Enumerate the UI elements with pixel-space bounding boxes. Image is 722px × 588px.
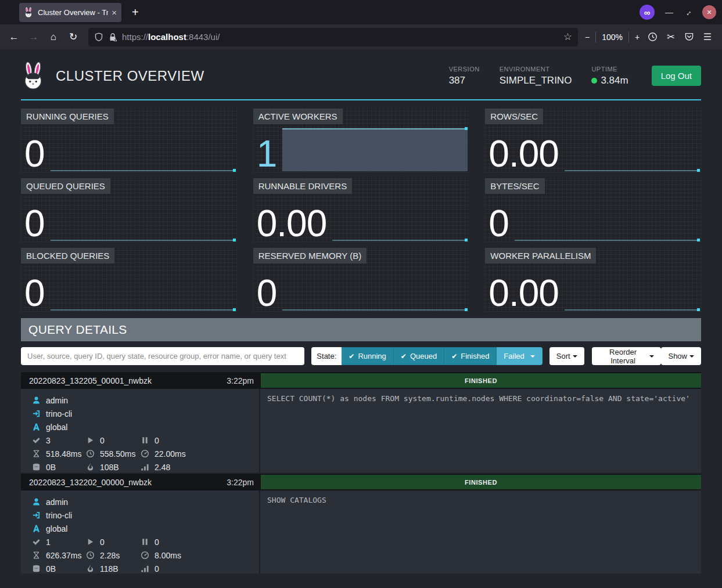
screenshot-icon[interactable]: ✂ bbox=[667, 31, 674, 42]
zoom-in-button[interactable]: + bbox=[635, 33, 640, 42]
metric-value: 0 bbox=[24, 276, 45, 311]
zoom-out-button[interactable]: − bbox=[585, 33, 590, 42]
query-stats-panel: admin trino-cli global 3 0 0 518.48ms 55… bbox=[21, 389, 260, 472]
query-toolbar: State: ✔ Running ✔ Queued ✔ Finished Fai… bbox=[21, 347, 701, 365]
query-time: 3:22pm bbox=[227, 376, 254, 385]
uptime-info: UPTIME 3.84m bbox=[591, 66, 628, 86]
lock-warning-icon[interactable] bbox=[108, 33, 117, 42]
window-maximize-button[interactable]: ↔ bbox=[681, 6, 694, 18]
total-time: 2.28s bbox=[100, 551, 120, 560]
url-bar[interactable]: https://localhost:8443/ui/ ☆ bbox=[88, 28, 578, 46]
filter-finished-button[interactable]: ✔ Finished bbox=[444, 347, 497, 365]
zoom-level[interactable]: 100% bbox=[602, 33, 623, 42]
tab-close-icon[interactable]: × bbox=[112, 8, 117, 17]
query-sql-panel: SHOW CATALOGS bbox=[260, 490, 701, 573]
shield-icon[interactable] bbox=[94, 33, 103, 42]
private-browsing-icon: ∞ bbox=[640, 5, 655, 20]
user-icon bbox=[32, 396, 41, 405]
cumulative-memory-fire-icon bbox=[86, 463, 95, 471]
total-time: 558.50ms bbox=[100, 449, 135, 459]
chevron-down-icon bbox=[649, 355, 654, 358]
back-button[interactable]: ← bbox=[6, 29, 22, 45]
tab-title: Cluster Overview - Trino bbox=[38, 8, 108, 17]
cumulative-memory-fire-icon bbox=[86, 564, 95, 573]
reorder-interval-dropdown[interactable]: Reorder Interval bbox=[592, 347, 662, 365]
parallelism: 0 bbox=[155, 564, 159, 573]
browser-tab[interactable]: Cluster Overview - Trino × bbox=[19, 3, 121, 22]
trino-cluster-overview-page: CLUSTER OVERVIEW VERSION 387 ENVIRONMENT… bbox=[0, 49, 722, 588]
filter-queued-button[interactable]: ✔ Queued bbox=[394, 347, 444, 365]
metric-tile-worker-parallelism: WORKER PARALLELISM 0.00 bbox=[485, 247, 701, 312]
filter-failed-dropdown[interactable]: Failed bbox=[497, 347, 542, 365]
queued-splits-pause-icon bbox=[141, 436, 149, 445]
trino-favicon bbox=[24, 7, 33, 18]
history-clock-icon[interactable] bbox=[648, 32, 658, 42]
forward-button[interactable]: → bbox=[26, 29, 42, 45]
queued-splits: 0 bbox=[155, 436, 159, 445]
metric-tile-blocked-queries: BLOCKED QUERIES 0 bbox=[21, 247, 237, 312]
source-signin-icon bbox=[32, 511, 41, 520]
metric-tile-rows-sec: ROWS/SEC 0.00 bbox=[485, 107, 701, 172]
metric-value: 1 bbox=[257, 137, 277, 171]
metric-value: 0 bbox=[24, 207, 45, 241]
browser-tab-bar: Cluster Overview - Trino × + ∞ — ↔ × bbox=[0, 0, 722, 24]
metric-value: 0 bbox=[24, 137, 45, 171]
metric-tile-reserved-memory: RESERVED MEMORY (B) 0 bbox=[253, 247, 469, 312]
metric-tile-active-workers: ACTIVE WORKERS 1 bbox=[253, 107, 469, 172]
sort-dropdown[interactable]: Sort bbox=[549, 347, 584, 365]
metric-value: 0 bbox=[257, 276, 277, 311]
page-title: CLUSTER OVERVIEW bbox=[56, 68, 204, 84]
query-details-header: QUERY DETAILS bbox=[21, 318, 701, 341]
running-splits: 0 bbox=[100, 436, 105, 445]
parallelism-chart-icon bbox=[141, 463, 149, 471]
search-input[interactable] bbox=[21, 347, 304, 365]
chevron-down-icon bbox=[689, 355, 694, 358]
sparkline bbox=[332, 198, 468, 241]
queued-splits: 0 bbox=[155, 538, 159, 547]
query-id-link[interactable]: 20220823_132202_00000_nwbzk bbox=[29, 478, 152, 487]
trino-logo bbox=[21, 61, 45, 91]
bookmark-star-icon[interactable]: ☆ bbox=[563, 31, 572, 43]
uptime-status-dot bbox=[591, 78, 597, 84]
reload-button[interactable]: ↻ bbox=[65, 29, 81, 45]
pocket-icon[interactable] bbox=[684, 32, 694, 42]
logout-button[interactable]: Log Out bbox=[652, 66, 701, 86]
sparkline bbox=[282, 268, 468, 311]
memory-disk-icon bbox=[32, 564, 41, 573]
check-icon: ✔ bbox=[349, 352, 354, 360]
completed-splits-icon bbox=[32, 538, 41, 546]
sparkline bbox=[51, 198, 236, 241]
window-minimize-button[interactable]: — bbox=[665, 8, 673, 17]
completed-splits-icon bbox=[32, 436, 41, 445]
wall-time: 518.48ms bbox=[46, 449, 81, 459]
metric-value: 0.00 bbox=[488, 276, 559, 311]
cpu-time-gauge-icon bbox=[141, 449, 149, 458]
query-status-bar: FINISHED bbox=[261, 475, 701, 489]
sparkline bbox=[515, 198, 700, 241]
check-icon: ✔ bbox=[451, 352, 457, 360]
query-resource-group: global bbox=[46, 423, 67, 432]
query-sql-text: SHOW CATALOGS bbox=[260, 490, 701, 510]
completed-splits: 3 bbox=[46, 436, 51, 445]
total-time-clock-icon bbox=[86, 449, 95, 458]
sparkline bbox=[51, 128, 236, 171]
home-button[interactable]: ⌂ bbox=[45, 29, 62, 45]
filter-running-button[interactable]: ✔ Running bbox=[342, 347, 394, 365]
query-card: 20220823_132205_00001_nwbzk 3:22pm FINIS… bbox=[21, 372, 701, 472]
cpu-time: 8.00ms bbox=[155, 551, 181, 560]
sparkline bbox=[282, 128, 468, 171]
show-dropdown[interactable]: Show bbox=[661, 347, 701, 365]
version-info: VERSION 387 bbox=[449, 66, 480, 86]
query-stats-panel: admin trino-cli global 1 0 0 626.37ms 2.… bbox=[21, 490, 260, 573]
running-splits-play-icon bbox=[86, 538, 95, 546]
new-tab-button[interactable]: + bbox=[132, 6, 139, 19]
cumulative-memory: 118B bbox=[100, 564, 118, 573]
queued-splits-pause-icon bbox=[141, 538, 149, 546]
metric-tile-queued-queries: QUEUED QUERIES 0 bbox=[21, 177, 237, 242]
menu-hamburger-icon[interactable]: ☰ bbox=[703, 31, 712, 42]
source-signin-icon bbox=[32, 409, 41, 418]
query-id-link[interactable]: 20220823_132205_00001_nwbzk bbox=[29, 376, 152, 385]
query-sql-text: SELECT COUNT(*) as nodes FROM system.run… bbox=[260, 389, 701, 408]
window-close-button[interactable]: × bbox=[702, 5, 716, 19]
wall-time-hourglass-icon bbox=[32, 449, 41, 458]
